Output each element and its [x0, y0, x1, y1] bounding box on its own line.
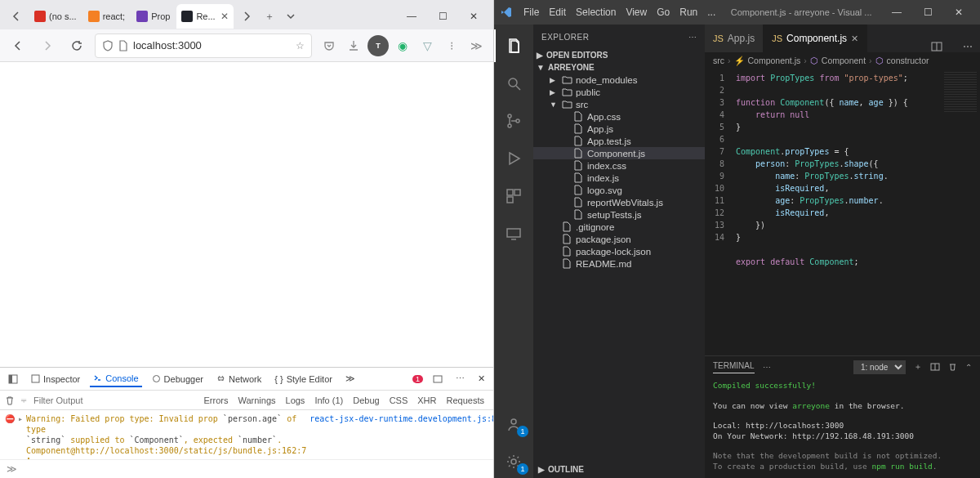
devtools-close-icon[interactable]: ✕	[474, 371, 488, 386]
terminal-split-icon[interactable]	[930, 362, 940, 372]
filter-input[interactable]	[33, 395, 148, 405]
menu-item[interactable]: ...	[702, 7, 720, 18]
menu-item[interactable]: View	[621, 7, 652, 18]
vscode-close-icon[interactable]: ✕	[944, 7, 973, 18]
star-icon[interactable]: ☆	[296, 40, 305, 51]
terminal-output[interactable]: Compiled successfully! You can now view …	[705, 377, 980, 478]
terminal-new-icon[interactable]: ＋	[914, 361, 922, 373]
devtools-tab-inspector[interactable]: Inspector	[28, 372, 83, 386]
filter-chip[interactable]: CSS	[385, 394, 412, 407]
devtools-tab-debugger[interactable]: Debugger	[149, 372, 207, 386]
settings-gear-icon[interactable]: 1	[494, 445, 533, 478]
tree-file[interactable]: package-lock.json	[533, 245, 705, 257]
menu-item[interactable]: Selection	[571, 7, 621, 18]
tree-file[interactable]: index.js	[533, 172, 705, 184]
console-source-link[interactable]: react-jsx-dev-runtime.development.js:8	[310, 413, 493, 459]
browser-tab[interactable]: Prop	[131, 4, 175, 29]
menu-item[interactable]: Run	[675, 7, 702, 18]
browser-minimize-icon[interactable]: —	[397, 5, 426, 28]
browser-tab[interactable]: Re...✕	[176, 4, 233, 29]
tree-folder[interactable]: ▶node_modules	[533, 74, 705, 86]
download-icon[interactable]	[343, 35, 364, 56]
vscode-minimize-icon[interactable]: —	[882, 7, 911, 18]
ext-a-icon[interactable]: T	[368, 35, 389, 56]
editor-more-icon[interactable]: ⋯	[956, 41, 980, 52]
tree-file[interactable]: package.json	[533, 233, 705, 245]
tabnav-back-icon[interactable]	[5, 5, 28, 28]
terminal-close-icon[interactable]: ⌃	[965, 363, 972, 372]
browser-tab[interactable]: react;	[83, 4, 131, 29]
menu-item[interactable]: File	[519, 7, 544, 18]
tab-close-icon[interactable]: ✕	[220, 11, 229, 22]
expand-icon[interactable]: ▸	[18, 413, 23, 459]
tab-close-icon[interactable]: ✕	[851, 34, 858, 44]
filter-chip[interactable]: Requests	[443, 394, 488, 407]
terminal-more-icon[interactable]: ⋯	[763, 363, 771, 372]
editor-tab[interactable]: JSApp.js	[705, 25, 764, 52]
tree-file[interactable]: App.js	[533, 123, 705, 135]
tree-file[interactable]: .gitignore	[533, 221, 705, 233]
tree-file[interactable]: reportWebVitals.js	[533, 196, 705, 208]
scm-icon[interactable]	[494, 105, 533, 137]
vscode-maximize-icon[interactable]: ☐	[913, 7, 942, 18]
devtools-docking-icon[interactable]	[5, 372, 21, 386]
browser-close-icon[interactable]: ✕	[459, 5, 488, 28]
tree-file[interactable]: logo.svg	[533, 184, 705, 196]
filter-chip[interactable]: XHR	[413, 394, 440, 407]
terminal-kill-icon[interactable]	[948, 363, 957, 372]
debug-icon[interactable]	[494, 142, 533, 175]
menu-icon[interactable]: ⁝	[441, 35, 462, 56]
url-field[interactable]: localhost:3000 ☆	[95, 34, 312, 58]
devtools-tab-style[interactable]: { }Style Editor	[271, 372, 336, 386]
console-prompt[interactable]: ≫	[0, 459, 493, 478]
search-icon[interactable]	[494, 67, 533, 100]
filter-chip[interactable]: Warnings	[234, 394, 279, 407]
remote-icon[interactable]	[494, 217, 533, 250]
ext-b-icon[interactable]: ◉	[392, 35, 413, 56]
devtools-settings-icon[interactable]	[430, 372, 446, 386]
tree-file[interactable]: README.md	[533, 257, 705, 270]
open-editors-section[interactable]: ▶OPEN EDITORS	[533, 49, 705, 61]
menu-item[interactable]: Go	[652, 7, 675, 18]
terminal-selector[interactable]: 1: node	[853, 360, 906, 374]
browser-tab[interactable]: (no s...	[29, 4, 82, 29]
code-editor[interactable]: import PropTypes from "prop-types"; func…	[731, 69, 939, 355]
extensions-icon[interactable]	[494, 180, 533, 212]
minimap[interactable]	[939, 69, 980, 355]
nav-reload-icon[interactable]	[65, 34, 88, 57]
editor-tab[interactable]: JSComponent.js✕	[764, 25, 867, 52]
project-section[interactable]: ▼ARREYONE	[533, 61, 705, 74]
browser-maximize-icon[interactable]: ☐	[428, 5, 457, 28]
explorer-more-icon[interactable]: ⋯	[688, 33, 697, 42]
tab-list-icon[interactable]	[281, 7, 301, 26]
filter-chip[interactable]: Info (1)	[310, 394, 347, 407]
nav-back-icon[interactable]	[7, 34, 29, 57]
pocket-icon[interactable]	[318, 35, 340, 56]
menu-item[interactable]: Edit	[544, 7, 571, 18]
devtools-tab-more-icon[interactable]: ≫	[342, 371, 359, 386]
tree-file[interactable]: Component.js	[533, 147, 705, 159]
tree-file[interactable]: App.test.js	[533, 135, 705, 147]
tree-file[interactable]: index.css	[533, 159, 705, 172]
filter-chip[interactable]: Debug	[349, 394, 383, 407]
devtools-tab-console[interactable]: Console	[90, 371, 141, 387]
explorer-icon[interactable]	[494, 29, 533, 62]
outline-section[interactable]: ▶OUTLINE	[533, 460, 705, 478]
filter-chip[interactable]: Logs	[282, 394, 310, 407]
breadcrumb[interactable]: src› ⚡Component.js› ⬡Component› ⬡constru…	[705, 52, 980, 69]
filter-chip[interactable]: Errors	[200, 394, 233, 407]
overflow-icon[interactable]: ≫	[466, 35, 487, 56]
error-count-badge[interactable]: 1	[412, 375, 423, 383]
tree-folder[interactable]: ▶public	[533, 86, 705, 98]
accounts-icon[interactable]: 1	[494, 408, 533, 440]
split-editor-icon[interactable]	[931, 41, 956, 52]
tab-new-icon[interactable]: ＋	[260, 7, 279, 26]
terminal-tab[interactable]: TERMINAL	[713, 361, 755, 373]
clear-console-icon[interactable]	[5, 395, 15, 405]
tree-folder[interactable]: ▼src	[533, 98, 705, 110]
devtools-tab-network[interactable]: Network	[213, 372, 265, 386]
tree-file[interactable]: App.css	[533, 110, 705, 123]
tree-file[interactable]: setupTests.js	[533, 208, 705, 221]
tabnav-fwd-icon[interactable]	[235, 5, 258, 28]
ext-c-icon[interactable]: ▽	[416, 35, 438, 56]
